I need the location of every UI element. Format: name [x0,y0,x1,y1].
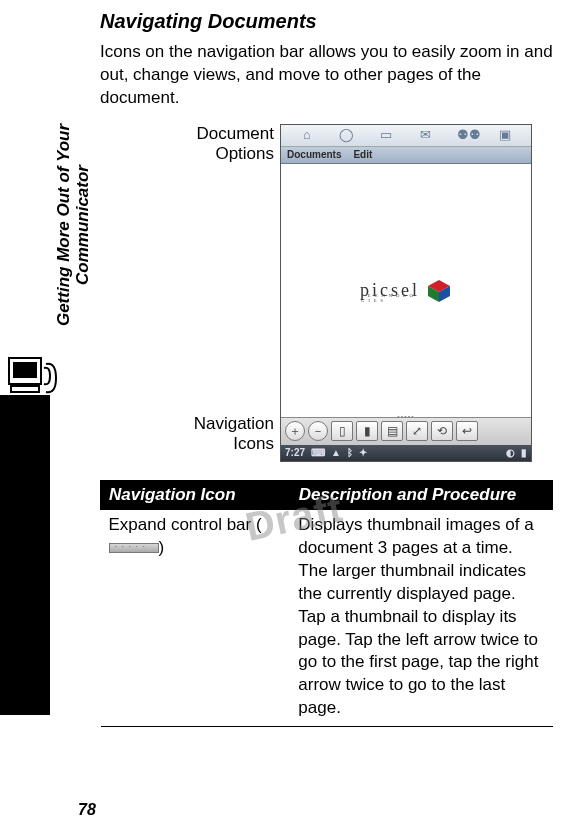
menubar-item: Edit [353,149,372,160]
picsel-logo: picsel T E C H N O L O G I E S [360,278,452,304]
row-icon-label: Expand control bar [109,515,252,534]
people-icon: ⚉⚉ [457,128,473,142]
side-text-line2: Communicator [73,165,92,285]
callout-document-options: Document Options [197,124,274,165]
note-icon: ▭ [378,128,394,142]
device-mockup: ⌂ ◯ ▭ ✉ ⚉⚉ ▣ Documents Edit picsel T E C… [280,124,532,462]
keyboard-icon: ⌨ [311,447,325,458]
moon-icon: ◐ [506,447,515,458]
bluetooth-icon: ᛒ [347,447,353,458]
page-view2-icon: ▮ [356,421,378,441]
callout-navigation-icons: Navigation Icons [194,414,274,455]
page-view-icon: ▯ [331,421,353,441]
intro-paragraph: Icons on the navigation bar allows you t… [100,41,553,110]
table-header-icon: Navigation Icon [101,480,291,509]
expand-icon: ⤢ [406,421,428,441]
zoom-out-icon: － [308,421,328,441]
figure-row: Document Options Navigation Icons ⌂ ◯ ▭ … [100,124,553,464]
computer-phone-icon [6,350,61,405]
svg-rect-4 [13,362,37,378]
device-status-bar: 7:27 ⌨ ▲ ᛒ ✦ ◐ ▮ [281,445,531,461]
rotate-icon: ⟲ [431,421,453,441]
device-content-area: picsel T E C H N O L O G I E S [281,165,531,417]
expand-control-bar-icon [109,543,159,553]
signal-icon: ▲ [331,447,341,458]
battery-icon: ▮ [521,447,527,458]
menubar-item: Documents [287,149,341,160]
table-cell-icon: Expand control bar () [101,509,291,726]
table-row: Expand control bar () Displays thumbnail… [101,509,553,726]
device-top-iconbar: ⌂ ◯ ▭ ✉ ⚉⚉ ▣ [281,125,531,147]
table-header-desc: Description and Procedure [290,480,552,509]
picsel-subtext: T E C H N O L O G I E S [361,293,420,303]
sync-icon: ✦ [359,447,367,458]
control-bar-grip-icon: ••••• [397,413,414,420]
status-time: 7:27 [285,447,305,458]
page-view3-icon: ▤ [381,421,403,441]
section-heading: Navigating Documents [100,10,553,33]
navigation-icons-table: Navigation Icon Description and Procedur… [100,480,553,727]
page-number: 78 [78,801,96,819]
home-icon: ⌂ [299,128,315,142]
callout-text: Document Options [197,124,274,165]
side-section-label: Getting More Out of Your Communicator [55,85,92,365]
side-text-line1: Getting More Out of Your [54,124,73,326]
figure-callout-labels: Document Options Navigation Icons [100,124,280,464]
picsel-wordmark: picsel T E C H N O L O G I E S [360,280,420,301]
mail-icon: ✉ [418,128,434,142]
table-cell-desc: Displays thumbnail images of a document … [290,509,552,726]
picsel-cube-icon [426,278,452,304]
apps-icon: ▣ [497,128,513,142]
back-icon: ↩ [456,421,478,441]
callout-text: Navigation Icons [194,414,274,455]
svg-rect-5 [11,386,39,392]
zoom-in-icon: ＋ [285,421,305,441]
side-black-tab [0,395,50,715]
device-menubar: Documents Edit [281,147,531,164]
device-navigation-bar: ••••• ＋ － ▯ ▮ ▤ ⤢ ⟲ ↩ [281,417,531,445]
globe-icon: ◯ [338,128,354,142]
